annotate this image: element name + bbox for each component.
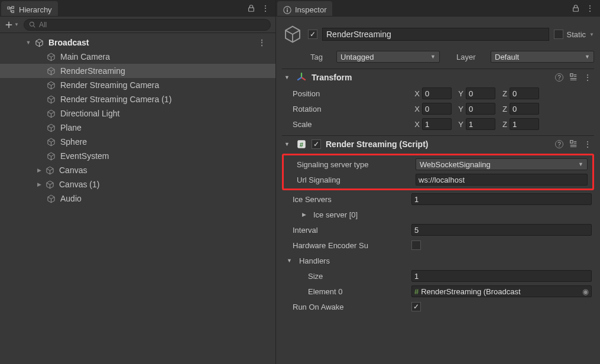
signaling-type-dropdown[interactable]: WebSocketSignaling▼ — [416, 158, 588, 170]
scene-icon — [34, 38, 44, 47]
svg-rect-7 — [287, 8, 288, 9]
gameobject-icon — [46, 151, 56, 161]
chevron-right-icon[interactable]: ▶ — [35, 181, 43, 187]
preset-icon[interactable] — [569, 139, 578, 150]
gameobject-icon — [46, 194, 56, 203]
pos-y-field[interactable] — [466, 87, 495, 99]
interval-field[interactable] — [411, 224, 592, 236]
transform-icon — [296, 72, 307, 83]
ice-servers-field[interactable] — [411, 193, 592, 205]
inspector-tab-label: Inspector — [295, 5, 326, 14]
scl-y-field[interactable] — [466, 118, 495, 130]
help-icon[interactable]: ? — [555, 140, 563, 148]
lock-icon[interactable] — [247, 4, 255, 12]
ice-server-expand[interactable]: ▶ — [302, 212, 306, 217]
hierarchy-tab-label: Hierarchy — [19, 5, 52, 14]
lock-icon[interactable] — [572, 4, 580, 12]
svg-point-4 — [30, 22, 34, 26]
script-ref-icon: # — [414, 287, 419, 296]
hierarchy-item[interactable]: ▶Canvas — [0, 163, 275, 177]
hierarchy-item[interactable]: Directional Light — [0, 106, 275, 121]
gameobject-icon — [45, 180, 54, 189]
component-menu-icon[interactable]: ⋮ — [583, 73, 592, 82]
hierarchy-item[interactable]: RenderStreaming — [0, 64, 275, 78]
hierarchy-item[interactable]: Sphere — [0, 135, 275, 149]
inspector-tab[interactable]: Inspector — [277, 1, 332, 16]
hierarchy-item[interactable]: Plane — [0, 121, 275, 135]
layer-dropdown[interactable]: Default▼ — [491, 51, 594, 63]
help-icon[interactable]: ? — [555, 73, 563, 82]
gameobject-icon — [46, 123, 56, 132]
hierarchy-item-label: Render Streaming Camera (1) — [60, 95, 171, 104]
static-checkbox[interactable] — [554, 30, 563, 39]
info-icon — [283, 6, 291, 14]
rot-y-field[interactable] — [466, 103, 495, 115]
svg-text:#: # — [300, 141, 304, 148]
component-menu-icon[interactable]: ⋮ — [583, 139, 592, 149]
object-name-field[interactable] — [322, 28, 549, 41]
hierarchy-icon — [7, 6, 15, 14]
search-placeholder: All — [39, 21, 47, 29]
preset-icon[interactable] — [569, 73, 578, 83]
gameobject-icon — [46, 95, 56, 104]
hierarchy-item[interactable]: Main Camera — [0, 50, 275, 64]
handlers-el0-field[interactable]: #RenderStreaming (Broadcast◉ — [411, 285, 592, 297]
handlers-expand[interactable]: ▼ — [287, 258, 292, 264]
hierarchy-tab[interactable]: Hierarchy — [1, 1, 58, 16]
svg-rect-6 — [287, 9, 288, 12]
gameobject-icon — [46, 109, 56, 118]
gameobject-icon — [46, 80, 56, 90]
highlight-box: Signaling server typeWebSocketSignaling▼… — [282, 154, 594, 190]
panel-menu-icon[interactable]: ⋮ — [586, 4, 594, 12]
pos-z-field[interactable] — [510, 87, 539, 99]
hierarchy-item[interactable]: ▶Canvas (1) — [0, 177, 275, 191]
transform-component: ▼ Transform ? ⋮ PositionXYZ RotationXYZ … — [282, 69, 594, 132]
hierarchy-item-label: Plane — [60, 123, 82, 132]
svg-rect-12 — [570, 140, 573, 142]
tag-dropdown[interactable]: Untagged▼ — [336, 51, 440, 63]
handlers-size-field[interactable] — [411, 270, 592, 282]
hierarchy-tree: ▼ Broadcast ⋮ Main CameraRenderStreaming… — [0, 33, 275, 208]
url-signaling-field[interactable] — [416, 174, 588, 186]
chevron-down-icon[interactable]: ▼ — [284, 74, 291, 80]
layer-label: Layer — [456, 53, 486, 61]
hierarchy-panel: Hierarchy ⋮ ▼ All ▼ Broadcast ⋮ Main Cam — [0, 0, 276, 364]
create-button[interactable]: ▼ — [5, 21, 19, 29]
gameobject-icon[interactable] — [282, 24, 303, 45]
svg-rect-9 — [570, 73, 573, 76]
object-picker-icon[interactable]: ◉ — [582, 287, 589, 296]
run-on-awake-checkbox[interactable]: ✓ — [411, 302, 421, 311]
hierarchy-item[interactable]: Audio — [0, 191, 275, 206]
static-toggle[interactable]: Static ▼ — [554, 30, 594, 39]
rot-z-field[interactable] — [510, 103, 539, 115]
panel-menu-icon[interactable]: ⋮ — [261, 4, 270, 12]
chevron-down-icon[interactable]: ▼ — [284, 141, 291, 147]
static-label: Static — [567, 30, 586, 39]
component-enabled-checkbox[interactable]: ✓ — [312, 139, 321, 149]
hierarchy-tab-controls: ⋮ — [247, 0, 275, 16]
render-streaming-title: Render Streaming (Script) — [326, 139, 550, 149]
hw-encoder-checkbox[interactable] — [411, 240, 421, 250]
pos-x-field[interactable] — [422, 87, 452, 99]
hierarchy-item-label: Render Streaming Camera — [60, 80, 159, 90]
hierarchy-item[interactable]: Render Streaming Camera (1) — [0, 92, 275, 106]
scl-x-field[interactable] — [422, 118, 452, 130]
inspector-panel: Inspector ⋮ ✓ Static ▼ Tag Untagged▼ Lay… — [276, 0, 600, 364]
scene-menu-icon[interactable]: ⋮ — [258, 38, 270, 47]
script-icon: # — [296, 139, 307, 150]
gameobject-icon — [46, 137, 56, 147]
chevron-right-icon[interactable]: ▶ — [35, 167, 43, 173]
scl-z-field[interactable] — [510, 118, 539, 130]
render-streaming-component: ▼ # ✓ Render Streaming (Script) ? ⋮ Sign… — [282, 135, 594, 314]
rot-x-field[interactable] — [422, 103, 452, 115]
hierarchy-root[interactable]: ▼ Broadcast ⋮ — [0, 35, 275, 50]
hierarchy-item[interactable]: EventSystem — [0, 149, 275, 163]
hierarchy-tab-bar: Hierarchy ⋮ — [0, 0, 275, 17]
svg-rect-0 — [8, 6, 10, 9]
hierarchy-toolbar: ▼ All — [0, 17, 275, 33]
root-label: Broadcast — [48, 38, 89, 47]
hierarchy-item[interactable]: Render Streaming Camera — [0, 78, 275, 92]
chevron-down-icon[interactable]: ▼ — [25, 40, 32, 46]
enabled-checkbox[interactable]: ✓ — [308, 30, 317, 39]
hierarchy-search[interactable]: All — [24, 19, 271, 31]
